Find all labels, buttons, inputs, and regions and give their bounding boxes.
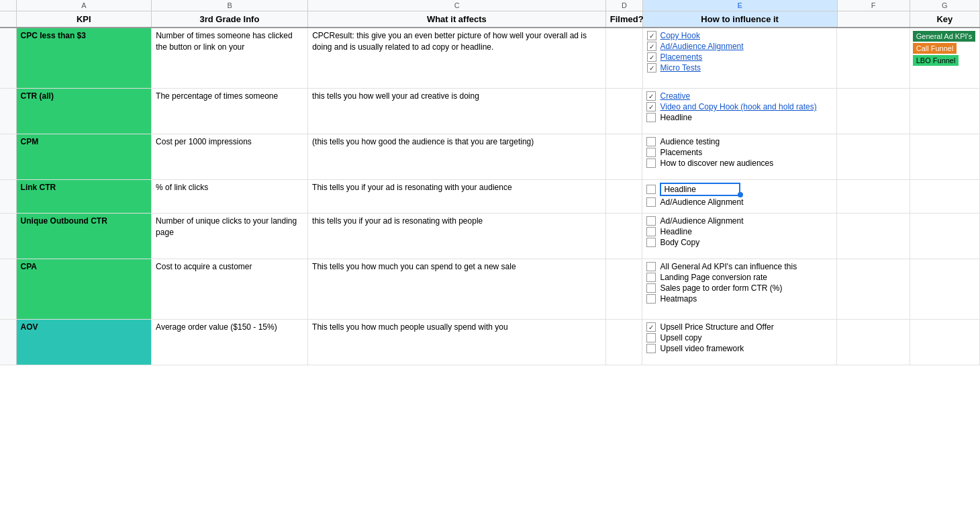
g-cell-unique-ctr xyxy=(910,214,980,259)
text-upsell-video: Upsell video framework xyxy=(660,344,744,353)
filmed-cell-link-ctr xyxy=(606,180,642,213)
f-cell-aov xyxy=(837,320,910,365)
filmed-cell-ctr xyxy=(606,89,642,134)
kpi-cell-cpm: CPM xyxy=(17,134,152,179)
badge-lbo: LBO Funnel xyxy=(913,55,959,66)
checkbox-landing-page[interactable] xyxy=(646,273,656,282)
kpi-cell-link-ctr: Link CTR xyxy=(17,180,152,213)
link-copy-hook[interactable]: Copy Hook xyxy=(660,31,700,40)
affects-cell-ctr: this tells you how well your ad creative… xyxy=(308,89,606,134)
text-upsell-copy: Upsell copy xyxy=(660,333,701,342)
affects-cell-cpa: This tells you how much you can spend to… xyxy=(308,259,606,319)
influence-cell-cpm: Audience testing Placements How to disco… xyxy=(642,134,837,179)
checkbox-headline-2[interactable] xyxy=(646,227,656,236)
checkbox-upsell-copy[interactable] xyxy=(646,333,656,342)
col-header-d-letter: D xyxy=(606,0,642,11)
text-new-audiences: How to discover new audiences xyxy=(660,158,773,168)
g-cell-cpm xyxy=(910,134,980,179)
link-placements-1[interactable]: Placements xyxy=(660,52,703,62)
text-placements-2: Placements xyxy=(660,148,702,157)
checkbox-all-kpis[interactable] xyxy=(646,262,656,271)
checkbox-placements-1[interactable] xyxy=(647,52,656,62)
affects-cell-cpm: (this tells you how good the audience is… xyxy=(308,134,606,179)
f-cell-ctr xyxy=(837,89,910,134)
affects-cell-link-ctr: This tells you if your ad is resonating … xyxy=(308,180,606,213)
info-cell-cpm: Cost per 1000 impressions xyxy=(152,134,308,179)
kpi-cell-ctr: CTR (all) xyxy=(17,89,152,134)
text-ad-audience-2: Ad/Audience Alignment xyxy=(660,197,743,207)
info-cell-ctr: The percentage of times someone xyxy=(152,89,308,134)
checkbox-new-audiences[interactable] xyxy=(646,158,656,168)
col-name-e: How to influence it xyxy=(643,11,838,27)
kpi-cell-aov: AOV xyxy=(17,320,152,365)
col-name-c: What it affects xyxy=(308,11,606,27)
text-headline-selected: Headline xyxy=(660,183,740,196)
influence-cell-cpa: All General Ad KPI's can influence this … xyxy=(642,259,837,319)
info-cell-cpa: Cost to acquire a customer xyxy=(152,259,308,319)
affects-cell-cpc: CPCResult: this give you an even better … xyxy=(308,28,606,88)
col-name-d: Filmed? xyxy=(606,11,643,27)
checkbox-upsell-video[interactable] xyxy=(646,344,656,353)
f-cell-cpm xyxy=(837,134,910,179)
g-cell-link-ctr xyxy=(910,180,980,213)
influence-cell-ctr: Creative Video and Copy Hook (hook and h… xyxy=(642,89,837,134)
checkbox-copy-hook[interactable] xyxy=(647,31,656,40)
text-body-copy: Body Copy xyxy=(660,238,699,247)
checkbox-ad-audience-1[interactable] xyxy=(647,42,656,51)
text-all-kpis: All General Ad KPI's can influence this xyxy=(660,262,797,271)
col-header-f-letter: F xyxy=(838,0,910,11)
influence-cell-aov: Upsell Price Structure and Offer Upsell … xyxy=(642,320,837,365)
badge-call: Call Funnel xyxy=(913,43,957,54)
spreadsheet: A B C D E F G KPI 3rd Grade Info What it… xyxy=(0,0,980,505)
checkbox-ad-audience-2[interactable] xyxy=(646,197,656,207)
col-header-a-letter: A xyxy=(17,0,152,11)
checkbox-video-copy-hook[interactable] xyxy=(646,102,656,111)
checkbox-creative[interactable] xyxy=(646,91,656,101)
col-name-a: KPI xyxy=(17,11,152,27)
f-cell-cpa xyxy=(837,259,910,319)
col-header-e-letter: E xyxy=(643,0,838,11)
info-cell-unique-ctr: Number of unique clicks to your landing … xyxy=(152,214,308,259)
kpi-cell-unique-ctr: Unique Outbound CTR xyxy=(17,214,152,259)
text-upsell-price: Upsell Price Structure and Offer xyxy=(660,322,773,332)
checkbox-placements-2[interactable] xyxy=(646,148,656,157)
g-cell-aov xyxy=(910,320,980,365)
checkbox-ad-audience-3[interactable] xyxy=(646,216,656,226)
text-headline-1: Headline xyxy=(660,113,691,122)
col-header-b-letter: B xyxy=(152,0,308,11)
checkbox-headline-selected[interactable] xyxy=(646,185,656,194)
f-cell-cpc xyxy=(837,28,910,88)
link-micro-tests[interactable]: Micro Tests xyxy=(660,63,701,73)
text-audience-testing: Audience testing xyxy=(660,137,720,146)
f-cell-link-ctr xyxy=(837,180,910,213)
checkbox-headline-1[interactable] xyxy=(646,113,656,122)
checkbox-audience-testing[interactable] xyxy=(646,137,656,146)
text-heatmaps: Heatmaps xyxy=(660,294,697,304)
text-ad-audience-3: Ad/Audience Alignment xyxy=(660,216,743,226)
affects-cell-unique-ctr: this tells you if your ad is resonating … xyxy=(308,214,606,259)
g-cell-cpa xyxy=(910,259,980,319)
checkbox-upsell-price[interactable] xyxy=(646,322,656,332)
checkbox-body-copy[interactable] xyxy=(646,238,656,247)
col-header-c-letter: C xyxy=(308,0,606,11)
g-cell-ctr xyxy=(910,89,980,134)
text-headline-2: Headline xyxy=(660,227,691,236)
influence-cell-link-ctr: Headline Ad/Audience Alignment xyxy=(642,180,837,213)
col-name-g: Key xyxy=(910,11,980,27)
badge-general: General Ad KPI's xyxy=(913,31,975,42)
checkbox-micro-tests[interactable] xyxy=(647,63,656,73)
table-body: CPC less than $3 Number of times someone… xyxy=(0,28,980,365)
info-cell-aov: Average order value ($150 - 15%) xyxy=(152,320,308,365)
influence-cell-cpc: Copy Hook Ad/Audience Alignment Placemen… xyxy=(643,28,838,88)
checkbox-heatmaps[interactable] xyxy=(646,294,656,304)
link-video-copy-hook[interactable]: Video and Copy Hook (hook and hold rates… xyxy=(660,102,816,111)
col-name-f xyxy=(838,11,910,27)
link-creative[interactable]: Creative xyxy=(660,91,690,101)
filmed-cell-cpc xyxy=(606,28,642,88)
col-header-g-letter: G xyxy=(910,0,980,11)
link-ad-audience-1[interactable]: Ad/Audience Alignment xyxy=(660,42,744,51)
checkbox-sales-page[interactable] xyxy=(646,283,656,293)
kpi-cell-cpa: CPA xyxy=(17,259,152,319)
info-cell-cpc: Number of times someone has clicked the … xyxy=(152,28,308,88)
text-landing-page: Landing Page conversion rate xyxy=(660,273,767,282)
